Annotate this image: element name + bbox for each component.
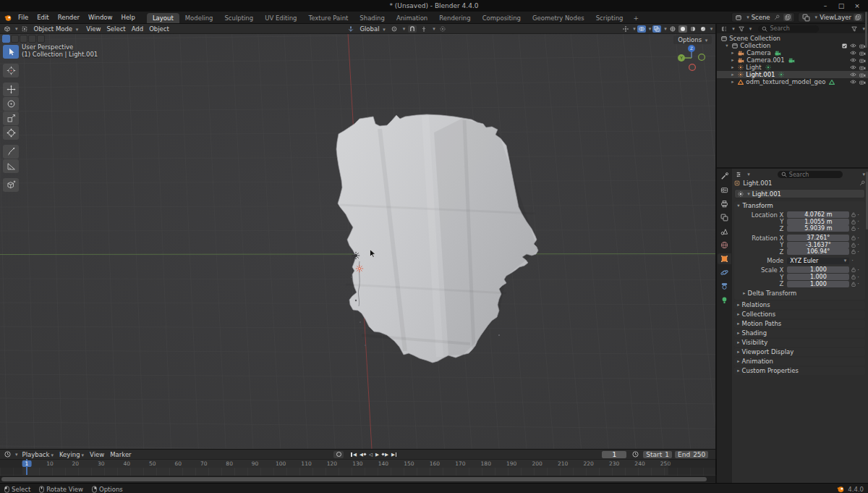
properties-options-icon[interactable]: ▾ — [862, 172, 865, 177]
end-frame-field[interactable]: End250 — [675, 451, 708, 458]
properties-tab-object-data[interactable] — [718, 295, 731, 306]
transform-panel-header[interactable]: ▾ Transform — [734, 201, 865, 209]
editor-type-icon[interactable] — [3, 26, 12, 32]
properties-editor-icon[interactable] — [734, 172, 743, 177]
jump-to-start-button[interactable]: ◀ — [351, 452, 357, 458]
menu-help[interactable]: Help — [116, 14, 139, 21]
shading-wireframe-icon[interactable] — [668, 26, 677, 32]
properties-tab-constraints[interactable] — [718, 281, 731, 292]
value-field[interactable]: 1.0055 m — [787, 219, 849, 225]
delta-transform-panel[interactable]: ▸ Delta Transform — [736, 287, 864, 297]
disable-in-renders-icon[interactable] — [859, 65, 866, 70]
timeline-track-area[interactable] — [0, 468, 715, 476]
timeline-ruler[interactable]: 1 10203040506070809010011012013014015016… — [0, 459, 715, 468]
xray-toggle-icon[interactable] — [652, 25, 661, 33]
properties-tab-render[interactable] — [718, 185, 731, 195]
workspace-tab-layout[interactable]: Layout — [147, 13, 179, 23]
animate-dot-icon[interactable]: · — [857, 280, 859, 287]
workspace-tab-uv-editing[interactable]: UV Editing — [259, 13, 302, 23]
hide-in-viewport-icon[interactable] — [850, 72, 856, 77]
lock-icon[interactable] — [851, 267, 856, 272]
value-field[interactable]: 106.94° — [787, 248, 849, 255]
pin-icon[interactable] — [859, 180, 865, 186]
mode-dropdown[interactable]: XYZ Euler▾ — [787, 258, 849, 264]
lock-icon[interactable] — [851, 282, 856, 287]
outliner-item-light[interactable]: ▸Light — [717, 64, 868, 71]
snap-magnet-icon[interactable] — [408, 25, 417, 33]
viewport-menu-add[interactable]: Add — [129, 25, 146, 33]
tool-measure[interactable] — [3, 159, 19, 173]
hide-in-viewport-icon[interactable] — [850, 65, 856, 69]
hide-in-viewport-icon[interactable] — [850, 43, 856, 48]
disable-in-renders-icon[interactable] — [859, 51, 866, 56]
animate-dot-icon[interactable]: · — [851, 257, 854, 264]
scene-selector[interactable]: ▾ Scene — [731, 12, 794, 22]
expand-icon[interactable]: ▸ — [731, 72, 736, 77]
light-gizmo-selected[interactable] — [356, 265, 363, 272]
panel-motion-paths[interactable]: ▸Motion Paths — [734, 320, 865, 328]
timeline-scrollbar-thumb[interactable] — [1, 477, 707, 481]
current-frame-field[interactable]: 1 — [602, 451, 626, 458]
properties-tab-scene[interactable] — [718, 226, 731, 237]
outliner-editor-icon[interactable] — [720, 26, 728, 32]
panel-relations[interactable]: ▸Relations — [734, 301, 865, 309]
pin-icon[interactable] — [773, 14, 781, 20]
outliner-search[interactable]: Search — [758, 25, 819, 33]
proportional-edit-icon[interactable] — [438, 26, 447, 32]
panel-shading[interactable]: ▸Shading — [734, 329, 865, 337]
close-button[interactable]: × — [849, 2, 865, 9]
outliner-item-camera[interactable]: ▸Camera — [717, 49, 868, 56]
expand-icon[interactable]: ▸ — [731, 57, 736, 63]
timeline-scrollbar[interactable] — [0, 476, 715, 482]
3d-viewport[interactable]: ▾ Object Mode ▾ ViewSelectAddObject Glob… — [0, 24, 715, 450]
properties-tab-physics[interactable] — [718, 267, 731, 278]
disable-in-renders-icon[interactable] — [859, 72, 866, 77]
menu-file[interactable]: File — [14, 14, 33, 21]
expand-icon[interactable]: ▸ — [731, 79, 736, 85]
disable-in-renders-icon[interactable] — [859, 58, 866, 63]
workspace-tab-sculpting[interactable]: Sculpting — [218, 13, 259, 23]
viewport-menu-select[interactable]: Select — [103, 25, 128, 33]
workspace-tab-scripting[interactable]: Scripting — [590, 13, 629, 23]
outliner-row-scene-collection[interactable]: Scene Collection — [717, 35, 868, 42]
panel-collections[interactable]: ▸Collections — [734, 311, 865, 319]
animate-dot-icon[interactable]: · — [857, 218, 859, 225]
animate-dot-icon[interactable]: · — [857, 248, 859, 256]
next-keyframe-button[interactable]: ▶ — [382, 452, 388, 458]
value-field[interactable]: 5.9039 m — [787, 225, 849, 232]
properties-tab-view-layer[interactable] — [718, 212, 731, 223]
animate-dot-icon[interactable]: · — [857, 211, 859, 219]
menu-render[interactable]: Render — [54, 14, 84, 21]
properties-search[interactable]: Search — [778, 171, 843, 178]
animate-dot-icon[interactable]: · — [857, 235, 859, 242]
value-field[interactable]: 37.261° — [787, 235, 849, 241]
hide-in-viewport-icon[interactable] — [850, 51, 856, 55]
viewport-canvas[interactable] — [0, 24, 715, 450]
orientation-dropdown[interactable]: Global ▾ — [358, 25, 386, 33]
light-gizmo[interactable] — [352, 252, 359, 259]
animate-dot-icon[interactable]: · — [857, 241, 859, 248]
animate-dot-icon[interactable]: · — [857, 225, 859, 232]
new-viewlayer-button[interactable] — [854, 14, 862, 21]
panel-custom-properties[interactable]: ▸Custom Properties — [734, 367, 865, 375]
tool-annotate[interactable] — [3, 145, 19, 159]
previous-keyframe-button[interactable]: ◀ — [359, 452, 366, 458]
properties-tab-output[interactable] — [718, 198, 731, 209]
timeline-menu-keying[interactable]: Keying▾ — [56, 451, 87, 458]
lock-icon[interactable] — [851, 212, 856, 217]
select-mode-option-4[interactable] — [37, 35, 45, 43]
value-field[interactable]: 4.0762 m — [787, 211, 849, 218]
add-workspace-button[interactable]: + — [629, 13, 643, 23]
play-reverse-button[interactable]: ◁ — [369, 452, 373, 458]
disable-in-renders-icon[interactable] — [859, 80, 866, 85]
animate-dot-icon[interactable]: · — [857, 266, 859, 274]
play-button[interactable]: ▶ — [375, 452, 379, 458]
viewlayer-selector[interactable]: ▾ ViewLayer — [798, 12, 865, 22]
animate-dot-icon[interactable]: · — [857, 274, 859, 281]
outliner-scrollbar[interactable] — [865, 12, 867, 48]
expand-icon[interactable]: ▸ — [731, 64, 736, 70]
lock-icon[interactable] — [851, 219, 856, 224]
hide-in-viewport-icon[interactable] — [850, 58, 856, 62]
timeline-menu-playback[interactable]: Playback▾ — [20, 451, 56, 458]
select-mode-option-3[interactable] — [28, 35, 36, 43]
